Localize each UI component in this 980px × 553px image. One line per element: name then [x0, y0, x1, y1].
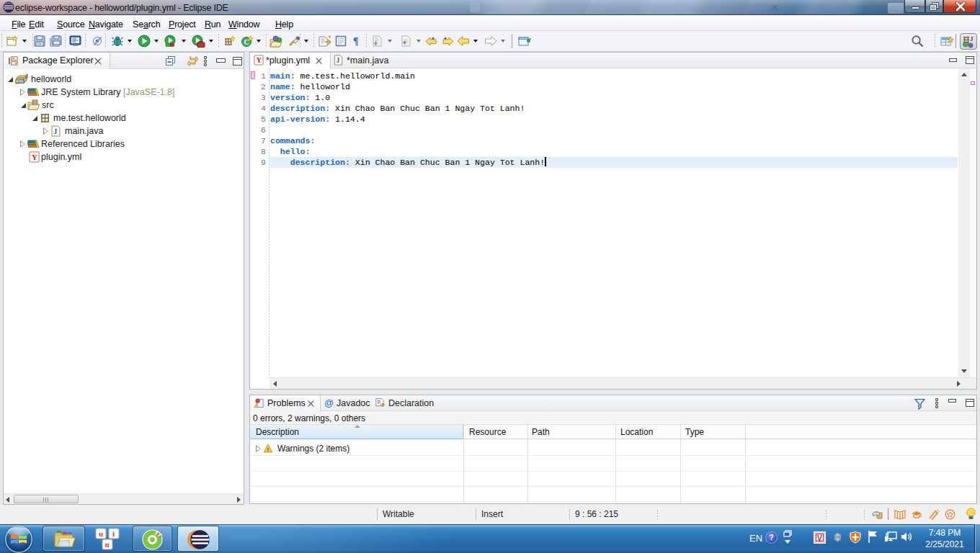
- svg-text:i: i: [112, 529, 115, 538]
- svg-text:J: J: [970, 35, 974, 42]
- svg-text:n: n: [105, 540, 110, 549]
- svg-text:J: J: [53, 127, 57, 135]
- svg-text:¶: ¶: [353, 36, 359, 47]
- svg-text:C: C: [244, 38, 249, 46]
- svg-text:u: u: [99, 529, 103, 538]
- svg-text:!: !: [267, 446, 270, 453]
- svg-text:J: J: [25, 73, 29, 80]
- svg-text:Y: Y: [257, 56, 262, 64]
- svg-text:J: J: [336, 57, 339, 64]
- svg-text:Y: Y: [32, 153, 37, 161]
